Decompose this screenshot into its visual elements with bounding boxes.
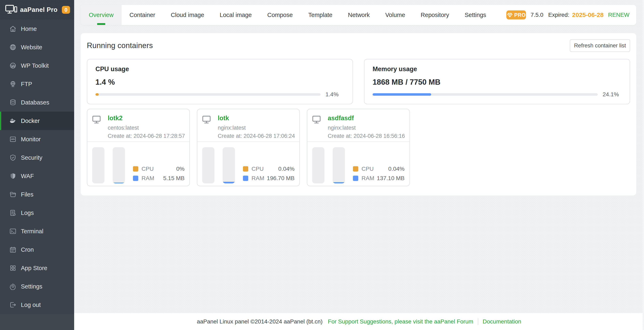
tab-network[interactable]: Network (340, 5, 378, 25)
legend-row-ram: RAM 137.10 MB (353, 175, 404, 182)
ram-legend-value: 5.15 MB (163, 175, 184, 181)
sidebar-item-logs[interactable]: Logs (0, 204, 74, 222)
folder-icon (10, 191, 16, 198)
sidebar-item-label: Home (21, 25, 37, 32)
container-card-text: lotk nginx:latest Create at: 2024-06-28 … (218, 114, 294, 139)
tab-container[interactable]: Container (122, 5, 163, 25)
grid-icon (10, 265, 16, 272)
container-name[interactable]: lotk (218, 114, 294, 122)
sidebar-item-label: WP Toolkit (21, 62, 49, 69)
ram-legend-value: 196.70 MB (267, 175, 294, 181)
sidebar-item-ftp[interactable]: FTP (0, 75, 74, 93)
page-scrollbar[interactable] (642, 0, 644, 330)
ram-legend-label: RAM (142, 175, 154, 181)
tab-repository[interactable]: Repository (413, 5, 457, 25)
sidebar-item-terminal[interactable]: Terminal (0, 222, 74, 240)
tab-label: Template (308, 12, 332, 18)
license-area: PRO 7.5.0 Expired: 2025-06-28 RENEW (506, 5, 636, 25)
cpu-usage-value: 1.4 % (96, 78, 344, 87)
sidebar-item-monitor[interactable]: Monitor (0, 130, 74, 149)
sidebar-item-label: Monitor (21, 136, 41, 143)
sidebar-item-label: Security (21, 154, 42, 161)
sidebar-item-files[interactable]: Files (0, 185, 74, 204)
sidebar-item-cron[interactable]: Cron (0, 240, 74, 259)
documentation-link[interactable]: Documentation (483, 318, 521, 325)
footer: aaPanel Linux panel ©2014-2024 aaPanel (… (74, 313, 644, 330)
memory-usage-title: Memory usage (372, 65, 622, 73)
sidebar-item-home[interactable]: Home (0, 20, 74, 38)
sidebar-item-log-out[interactable]: Log out (0, 296, 74, 314)
container-created: Create at: 2024-06-28 17:06:24 (218, 133, 294, 139)
cpu-progress: 1.4% (96, 91, 344, 98)
ram-legend-swatch (243, 176, 248, 181)
cpu-progress-fill (96, 93, 99, 96)
refresh-container-list-button[interactable]: Refresh container list (570, 39, 630, 52)
ram-bar (113, 147, 125, 183)
sidebar-item-wp-toolkit[interactable]: WP Toolkit (0, 56, 74, 75)
cpu-legend-value: 0.04% (278, 165, 294, 172)
pro-badge[interactable]: PRO (506, 10, 526, 19)
container-card-header: lotk2 centos:latest Create at: 2024-06-2… (87, 109, 190, 142)
tab-local-image[interactable]: Local image (212, 5, 260, 25)
sidebar-item-app-store[interactable]: App Store (0, 259, 74, 277)
tab-cloud-image[interactable]: Cloud image (163, 5, 212, 25)
tab-label: Overview (89, 12, 114, 18)
cpu-progress-track (96, 93, 320, 96)
expired-label: Expired: (548, 12, 570, 18)
notification-badge[interactable]: 0 (62, 6, 70, 14)
sidebar-logo[interactable]: aaPanel Pro 0 (0, 0, 74, 20)
container-card-header: lotk nginx:latest Create at: 2024-06-28 … (197, 109, 300, 142)
ram-legend-label: RAM (362, 175, 374, 181)
sidebar-item-label: Files (21, 191, 34, 198)
sidebar-item-label: Docker (21, 118, 40, 124)
shield-check-icon (10, 154, 16, 161)
sidebar-item-label: WAF (21, 173, 34, 179)
pro-badge-label: PRO (514, 12, 526, 18)
container-card-body: CPU 0.04% RAM 196.70 MB (197, 142, 300, 186)
sidebar-item-settings[interactable]: Settings (0, 277, 74, 296)
memory-usage-value: 1868 MB / 7750 MB (372, 78, 622, 87)
tab-volume[interactable]: Volume (378, 5, 413, 25)
sidebar-item-docker[interactable]: Docker (0, 112, 74, 130)
panel-header: Running containers Refresh container lis… (87, 39, 630, 52)
container-name[interactable]: lotk2 (108, 114, 184, 122)
logout-icon (10, 301, 16, 308)
tab-template[interactable]: Template (300, 5, 340, 25)
display-icon (312, 115, 321, 124)
sidebar-item-databases[interactable]: Databases (0, 93, 74, 112)
cpu-legend-value: 0.04% (388, 165, 404, 172)
sidebar-item-waf[interactable]: WAF (0, 167, 74, 185)
tab-label: Settings (464, 12, 486, 18)
panel-version: 7.5.0 (530, 12, 543, 18)
container-card-text: lotk2 centos:latest Create at: 2024-06-2… (108, 114, 184, 139)
ram-legend-label: RAM (252, 175, 264, 181)
database-icon (10, 99, 16, 106)
log-file-icon (10, 209, 16, 216)
sidebar-item-label: Website (21, 44, 42, 51)
cpu-bar (92, 147, 104, 183)
container-name[interactable]: asdfasdf (328, 114, 404, 122)
renew-link[interactable]: RENEW (608, 12, 630, 18)
display-icon (202, 115, 211, 124)
sidebar-item-website[interactable]: Website (0, 38, 74, 56)
cpu-legend-label: CPU (142, 165, 154, 172)
tab-compose[interactable]: Compose (260, 5, 300, 25)
main-area: Overview Container Cloud image Local ima… (74, 0, 644, 330)
tab-overview[interactable]: Overview (81, 5, 122, 25)
container-legend: CPU 0% RAM 5.15 MB (133, 163, 184, 182)
sidebar-item-label: Logs (21, 210, 34, 216)
ram-bar (223, 147, 235, 183)
tab-settings[interactable]: Settings (457, 5, 494, 25)
ram-bar-fill (223, 182, 235, 183)
forum-link[interactable]: For Support Suggestions, please visit th… (328, 318, 473, 325)
aapanel-logo-icon (5, 5, 17, 15)
tab-label: Network (348, 12, 370, 18)
sidebar-item-security[interactable]: Security (0, 149, 74, 167)
diamond-icon (507, 12, 513, 18)
sidebar-menu: Home Website WP Toolkit (0, 20, 74, 314)
container-legend: CPU 0.04% RAM 137.10 MB (353, 163, 404, 182)
tab-label: Compose (267, 12, 293, 18)
cpu-legend-label: CPU (362, 165, 374, 172)
cpu-bar (312, 147, 324, 183)
container-card-header: asdfasdf nginx:latest Create at: 2024-06… (307, 109, 410, 142)
